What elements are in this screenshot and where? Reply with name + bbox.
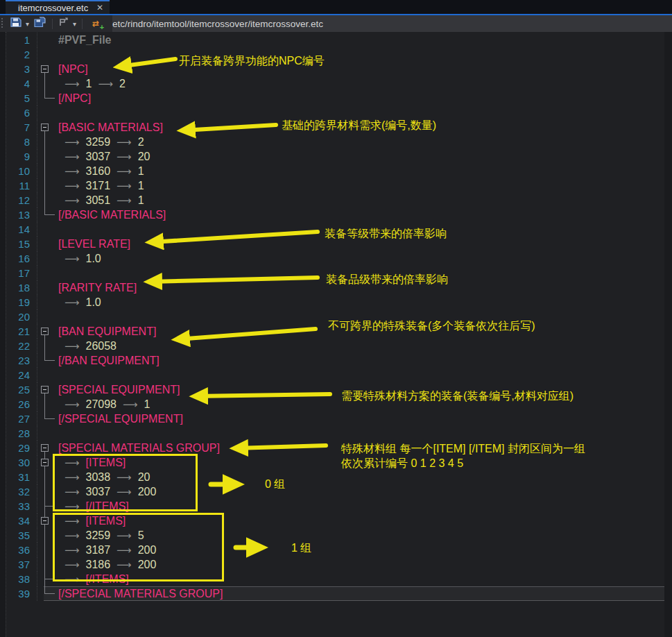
token: 3037 [86, 151, 111, 163]
tab-arrow: ⟶ [64, 529, 80, 542]
tab-itemcrossover[interactable]: itemcrossover.etc ✕ [6, 0, 110, 14]
fold-toggle-icon[interactable] [37, 382, 55, 397]
save-button[interactable] [8, 17, 24, 31]
code-line[interactable]: 29[SPECIAL MATERIALS GROUP] [6, 441, 664, 455]
code-line[interactable]: 11⟶3171⟶1 [6, 178, 664, 193]
fold-toggle-icon[interactable] [37, 441, 55, 455]
breadcrumb-path[interactable]: etc/rindro/itemtool/itemcrossover/itemcr… [112, 15, 672, 32]
save-as-button[interactable] [31, 17, 49, 31]
code-text: ⟶[/ITEMS] [55, 573, 129, 586]
fold-minus-icon[interactable] [41, 124, 49, 131]
token: 1 [138, 165, 144, 178]
tab-arrow: ⟶ [117, 151, 132, 163]
fold-toggle-icon[interactable] [37, 455, 55, 470]
code-line[interactable]: 3[NPC] [6, 62, 664, 76]
code-line[interactable]: 28 [6, 426, 664, 441]
token: 3171 [86, 180, 111, 192]
fold-minus-icon[interactable] [41, 328, 49, 335]
code-line[interactable]: 18[RARITY RATE] [6, 280, 664, 295]
toolbar-grip-handle[interactable] [1, 18, 5, 29]
fold-toggle-icon[interactable] [37, 120, 55, 135]
code-line[interactable]: 4⟶1⟶2 [6, 76, 664, 91]
token: 2 [119, 78, 126, 90]
token: 3186 [86, 559, 111, 571]
section-tag: [LEVEL RATE] [58, 238, 130, 250]
code-line[interactable]: 17 [6, 266, 664, 280]
code-line[interactable]: 35⟶3259⟶5 [6, 528, 664, 543]
line-number: 20 [6, 309, 37, 324]
code-line[interactable]: 9⟶3037⟶20 [6, 149, 664, 164]
code-line[interactable]: 26⟶27098⟶1 [6, 397, 664, 411]
code-line[interactable]: 8⟶3259⟶2 [6, 135, 664, 149]
close-icon[interactable]: ✕ [96, 3, 110, 12]
chevron-down-icon[interactable]: ▾ [24, 20, 31, 28]
code-line[interactable]: 37⟶3186⟶200 [6, 557, 664, 572]
code-line[interactable]: 19⟶1.0 [6, 295, 664, 309]
code-editor[interactable]: 1#PVF_File23[NPC]4⟶1⟶25[/NPC]67[BASIC MA… [0, 32, 672, 637]
line-number: 3 [6, 62, 37, 76]
fold-toggle-icon[interactable] [37, 62, 55, 76]
line-number: 12 [6, 193, 37, 207]
fold-guide [37, 295, 55, 309]
code-line[interactable]: 7[BASIC MATERIALS] [6, 120, 664, 135]
fold-minus-icon[interactable] [41, 65, 49, 73]
code-line[interactable]: 16⟶1.0 [6, 251, 664, 266]
tool-icon [58, 17, 69, 31]
fold-minus-icon[interactable] [41, 386, 49, 393]
code-line[interactable]: 23[/BAN EQUIPMENT] [6, 353, 664, 368]
scrollbar[interactable] [664, 32, 672, 637]
add-node-button[interactable]: ⇄ + [86, 17, 110, 31]
fold-guide [37, 251, 55, 266]
code-text: ⟶[/ITEMS] [55, 500, 129, 513]
tab-arrow: ⟶ [117, 529, 132, 542]
fold-toggle-icon[interactable] [37, 513, 55, 528]
tab-arrow: ⟶ [64, 340, 80, 353]
code-line[interactable]: 13[/BASIC MATERIALS] [6, 207, 664, 222]
code-line[interactable]: 24 [6, 368, 664, 382]
line-number: 2 [6, 47, 37, 62]
code-line[interactable]: 39[/SPECIAL MATERIALS GROUP] [6, 586, 664, 601]
save-as-icon [33, 17, 46, 31]
code-text: [RARITY RATE] [55, 282, 137, 294]
code-line[interactable]: 20 [6, 309, 664, 324]
code-line[interactable]: 21[BAN EQUIPMENT] [6, 324, 664, 339]
tool-button[interactable] [56, 17, 71, 31]
code-line[interactable]: 32⟶3037⟶200 [6, 484, 664, 499]
tab-bar: itemcrossover.etc ✕ [0, 0, 672, 14]
code-text: #PVF_File [55, 34, 111, 46]
code-line[interactable]: 38⟶[/ITEMS] [6, 572, 664, 586]
line-number: 6 [6, 105, 37, 120]
line-number: 1 [6, 33, 37, 47]
code-line[interactable]: 36⟶3187⟶200 [6, 543, 664, 557]
code-text: [LEVEL RATE] [55, 238, 130, 250]
tab-arrow: ⟶ [117, 165, 132, 178]
code-line[interactable]: 22⟶26058 [6, 339, 664, 353]
code-line[interactable]: 31⟶3038⟶20 [6, 470, 664, 484]
code-line[interactable]: 25[SPECIAL EQUIPMENT] [6, 382, 664, 397]
fold-toggle-icon[interactable] [37, 324, 55, 339]
section-tag: [/NPC] [58, 92, 91, 105]
fold-minus-icon[interactable] [41, 444, 49, 452]
line-number: 8 [6, 135, 37, 149]
code-line[interactable]: 6 [6, 105, 664, 120]
fold-minus-icon[interactable] [41, 517, 49, 525]
code-text: ⟶3037⟶200 [55, 486, 156, 498]
code-line[interactable]: 27[/SPECIAL EQUIPMENT] [6, 411, 664, 426]
code-line[interactable]: 5[/NPC] [6, 91, 664, 105]
section-tag: [/SPECIAL MATERIALS GROUP] [58, 588, 223, 600]
chevron-down-icon[interactable]: ▾ [71, 20, 78, 28]
code-line[interactable]: 33⟶[/ITEMS] [6, 499, 664, 513]
code-line[interactable]: 1#PVF_File [6, 33, 664, 47]
code-line[interactable]: 12⟶3051⟶1 [6, 193, 664, 207]
code-line[interactable]: 30⟶[ITEMS] [6, 455, 664, 470]
code-line[interactable]: 34⟶[ITEMS] [6, 513, 664, 528]
token: 2 [138, 136, 144, 148]
code-line[interactable]: 14 [6, 222, 664, 237]
code-line[interactable]: 15[LEVEL RATE] [6, 237, 664, 251]
token: 5 [138, 529, 144, 542]
code-text: [NPC] [55, 63, 88, 76]
code-line[interactable]: 2 [6, 47, 664, 62]
tab-arrow: ⟶ [64, 398, 80, 411]
fold-minus-icon[interactable] [41, 459, 49, 466]
code-line[interactable]: 10⟶3160⟶1 [6, 164, 664, 178]
